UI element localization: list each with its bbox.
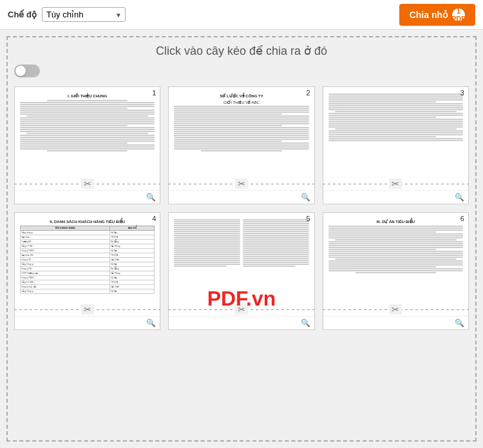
zoom-icon-5[interactable]: 🔍 [301,318,310,327]
page-content-3 [323,87,468,177]
scissors-icon-2[interactable]: ✂ [235,179,248,189]
page-content-1: I. GIỚI THIỆU CHUNG [15,87,160,177]
table-row: Tổng Công ty...Hà Nội [21,262,155,267]
page-card-4: 4 II. DANH SÁCH KHÁCH HÀNG TIÊU BIỂU TÊN… [14,212,160,330]
page-content-5 [169,213,314,303]
toggle-thumb [15,66,26,76]
scissors-divider-3[interactable]: ✂ [323,177,468,190]
page-card-2: 2 SƠ LƯỢC VỀ CÔNG TY GIỚI THIỆU VỀ ABC [168,86,314,204]
split-button[interactable]: Chia nhỏ 1 PDF [399,4,475,26]
instruction-text: Click vào cây kéo để chia ra ở đó [14,44,469,58]
table-row: Tập đoàn XD...TP.HCM [21,253,155,258]
page-footer-3: 🔍 [323,190,468,204]
page-footer-6: 🔍 [323,316,468,329]
scissors-icon-3[interactable]: ✂ [389,179,402,189]
top-bar: Chế độ Tùy chỉnh Đều nhau Xen kẽ ▼ Chia … [0,0,483,30]
page-content-4: II. DANH SÁCH KHÁCH HÀNG TIÊU BIỂU TÊN K… [15,213,160,303]
page-lines-1 [20,100,155,151]
page-number-4: 4 [152,215,156,222]
page-number-2: 2 [307,89,310,97]
main-area: Click vào cây kéo để chia ra ở đó 1 I. G… [6,36,477,442]
page-card-6: 6 III. DỰ ÁN TIÊU BIỂU [323,212,469,330]
page-number-5: 5 [307,215,310,222]
pages-grid: 1 I. GIỚI THIỆU CHUNG [14,86,469,330]
table-row: Trường ĐH...Đà Nẵng [21,240,155,244]
mini-table-4: TÊN KHÁCH HÀNG ĐỊA CHỈ Tổng công ty...Hà… [20,226,155,294]
page-number-3: 3 [460,89,464,97]
table-row: Tổng CT TM...Hải Phòng [21,244,155,249]
page-title-1: I. GIỚI THIỆU CHUNG [20,93,155,98]
scissors-divider-1[interactable]: ✂ [15,177,160,190]
table-row: Công ty TM...Đà Nẵng [21,267,155,271]
table-row: CTCP Thương mại...Hải Phòng [21,271,155,276]
page-title-4: II. DANH SÁCH KHÁCH HÀNG TIÊU BIỂU [20,219,155,224]
scissors-divider-5[interactable]: ✂ [169,303,314,316]
page-lines-2 [174,106,308,151]
page-lines-6 [328,226,463,273]
main-content: Click vào cây kéo để chia ra ở đó 1 I. G… [14,44,469,330]
mode-label: Chế độ [8,10,37,19]
table-row: Công ty TNHH...Hà Nội [21,276,155,280]
scissors-divider-2[interactable]: ✂ [169,177,314,190]
page-content-6: III. DỰ ÁN TIÊU BIỂU [323,213,468,303]
split-button-label: Chia nhỏ [410,10,448,20]
scissors-icon-6[interactable]: ✂ [389,304,402,315]
scissors-divider-4[interactable]: ✂ [15,303,160,316]
mode-select-wrapper[interactable]: Tùy chỉnh Đều nhau Xen kẽ ▼ [42,7,126,22]
zoom-icon-1[interactable]: 🔍 [146,193,156,202]
zoom-icon-6[interactable]: 🔍 [455,318,464,327]
page-number-1: 1 [152,89,156,97]
mode-select[interactable]: Tùy chỉnh Đều nhau Xen kẽ [42,7,126,22]
page-card-3: 3 [323,86,469,204]
page-card-1: 1 I. GIỚI THIỆU CHUNG [14,86,160,204]
toggle-track [14,64,40,77]
page-card-5: 5 [168,212,314,330]
page-number-6: 6 [460,215,464,222]
scissors-icon-1[interactable]: ✂ [81,179,94,189]
page-content-2: SƠ LƯỢC VỀ CÔNG TY GIỚI THIỆU VỀ ABC [169,87,314,177]
table-row: Tổng Công ty...Hà Nội [21,289,155,294]
table-row: Tổng CT XNK...TP.HCM [21,280,155,285]
table-row: Công ty CP...Cần Thơ [21,258,155,262]
toggle-switch[interactable] [14,64,40,77]
pdf-count-badge: 1 PDF [452,8,465,21]
table-row: Tập đoàn...TP.HCM [21,235,155,240]
toggle-row [14,64,469,77]
zoom-icon-2[interactable]: 🔍 [301,193,310,202]
page-title-2: SƠ LƯỢC VỀ CÔNG TY [174,93,308,98]
table-row: Công ty thuỷ sản...Cần Thơ [21,285,155,289]
scissors-divider-6[interactable]: ✂ [323,303,468,316]
two-column-content-5 [174,219,308,267]
mode-section: Chế độ Tùy chỉnh Đều nhau Xen kẽ ▼ [8,7,126,22]
page-title-6: III. DỰ ÁN TIÊU BIỂU [328,219,463,224]
table-row: Tổng công ty...Hà Nội [21,231,155,235]
page-subtitle-2: GIỚI THIỆU VỀ ABC [174,100,308,104]
scissors-icon-4[interactable]: ✂ [81,304,94,315]
page-footer-1: 🔍 [15,190,160,204]
table-row: Công ty TNHH...Hà Nội [21,249,155,253]
page-footer-5: 🔍 [169,316,314,329]
zoom-icon-4[interactable]: 🔍 [146,318,156,327]
scissors-icon-5[interactable]: ✂ [235,304,248,315]
page-footer-2: 🔍 [169,190,314,204]
zoom-icon-3[interactable]: 🔍 [455,193,464,202]
page-lines-3 [328,93,463,141]
pages-wrapper: 1 I. GIỚI THIỆU CHUNG [14,86,469,330]
page-footer-4: 🔍 [15,316,160,329]
